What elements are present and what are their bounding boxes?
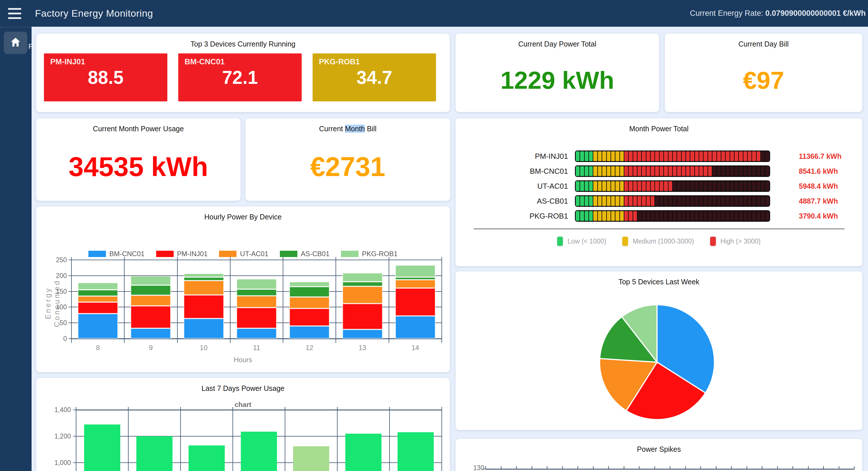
meter-segment: [682, 211, 685, 221]
meter-segment: [655, 166, 659, 176]
bar[interactable]: [345, 434, 381, 471]
stacked-bar-segment[interactable]: [184, 319, 224, 338]
stacked-bar-segment[interactable]: [184, 295, 224, 319]
stacked-bar-segment[interactable]: [131, 295, 171, 306]
meter-segment: [682, 181, 685, 191]
stacked-bar-segment[interactable]: [184, 273, 224, 277]
stacked-bar-segment[interactable]: [237, 279, 277, 289]
month-usage-title: Current Month Power Usage: [36, 118, 241, 133]
stacked-bar-segment[interactable]: [289, 308, 330, 326]
stacked-bar-segment[interactable]: [395, 288, 435, 316]
x-tick-label: 14: [395, 344, 435, 352]
legend-item[interactable]: PM-INJ01: [156, 250, 208, 258]
pie-chart[interactable]: [594, 299, 720, 425]
top3-devices-card: Top 3 Devices Currently Running PM-INJ01…: [36, 34, 450, 112]
day-total-value: 1229 kWh: [500, 66, 614, 94]
hourly-power-card: Hourly Power By Device BM-CNC01PM-INJ01U…: [36, 206, 450, 372]
meter-segment: [748, 196, 751, 206]
bar[interactable]: [241, 432, 277, 471]
stacked-bar-segment[interactable]: [395, 265, 435, 277]
stacked-bar-segment[interactable]: [342, 303, 383, 329]
last7-plot-area[interactable]: 1,4001,2001,000: [76, 410, 442, 471]
legend-item[interactable]: AS-CB01: [280, 250, 330, 258]
stacked-bar-segment[interactable]: [78, 302, 118, 314]
bar[interactable]: [84, 424, 120, 471]
device-tile[interactable]: PKG-ROB1 34.7: [313, 53, 436, 101]
meter-segment: [712, 196, 716, 206]
meter-segment: [686, 211, 690, 221]
meter-segment: [624, 196, 628, 206]
meter-segment: [686, 196, 690, 206]
segmented-meter[interactable]: [575, 180, 770, 192]
legend-item[interactable]: UT-AC01: [219, 250, 268, 258]
legend-item[interactable]: BM-CNC01: [88, 250, 145, 258]
stacked-bar-segment[interactable]: [78, 296, 118, 302]
gridline: [441, 257, 442, 343]
month-total-legend: Low (< 1000)Medium (1000-3000)High (> 30…: [456, 237, 862, 246]
meter-segment: [655, 151, 659, 161]
stacked-bar-segment[interactable]: [184, 277, 224, 281]
meter-segment: [765, 166, 769, 176]
segmented-meter[interactable]: [575, 166, 770, 177]
stacked-bar-segment[interactable]: [342, 282, 383, 286]
device-tile[interactable]: BM-CNC01 72.1: [178, 53, 302, 101]
stacked-bar-segment[interactable]: [289, 326, 330, 338]
stacked-bar-segment[interactable]: [395, 280, 435, 288]
legend-item[interactable]: PKG-ROB1: [341, 250, 398, 258]
stacked-bar-segment[interactable]: [237, 289, 277, 296]
gridline: [76, 410, 442, 410]
stacked-bar-segment[interactable]: [131, 285, 171, 295]
stacked-bar-segment[interactable]: [395, 316, 435, 338]
meter-segment: [690, 151, 694, 161]
device-kwh-value: 5948.4 kWh: [799, 180, 838, 192]
meter-segment: [752, 181, 756, 191]
stacked-bar-segment[interactable]: [342, 329, 383, 338]
x-tick-label: 9: [131, 344, 171, 352]
stacked-bar-segment[interactable]: [131, 276, 171, 285]
stacked-bar-segment[interactable]: [289, 297, 330, 308]
meter-segment: [607, 166, 611, 176]
x-tick-mark: [762, 466, 763, 469]
meter-segment: [677, 211, 681, 221]
stacked-bar-segment[interactable]: [131, 306, 171, 328]
meter-segment: [607, 211, 611, 221]
stacked-bar-segment[interactable]: [78, 290, 118, 296]
stacked-bar-segment[interactable]: [78, 314, 118, 338]
meter-segment: [642, 181, 646, 191]
meter-segment: [576, 196, 580, 206]
menu-icon[interactable]: [8, 8, 21, 19]
home-icon: [10, 36, 21, 49]
x-tick-mark: [716, 466, 716, 469]
bar[interactable]: [293, 446, 329, 471]
stacked-bar-segment[interactable]: [342, 273, 383, 282]
sidebar-item-home[interactable]: [4, 32, 27, 54]
stacked-bar-segment[interactable]: [184, 281, 224, 295]
stacked-bar-segment[interactable]: [289, 282, 330, 287]
meter-segment: [765, 196, 769, 206]
meter-segment: [677, 181, 681, 191]
stacked-bar-segment[interactable]: [237, 328, 277, 338]
stacked-bar-segment[interactable]: [289, 287, 330, 297]
bar[interactable]: [398, 432, 434, 471]
segmented-meter[interactable]: [575, 210, 770, 222]
y-tick-label: 50: [50, 319, 67, 327]
stacked-bar-segment[interactable]: [342, 286, 383, 303]
stacked-bar-segment[interactable]: [131, 328, 171, 338]
device-tile[interactable]: PM-INJ01 88.5: [44, 53, 167, 101]
segmented-meter[interactable]: [575, 195, 770, 207]
stacked-bar-segment[interactable]: [237, 296, 277, 307]
hourly-plot-area[interactable]: 050100150200250891011121314: [71, 260, 442, 338]
stacked-bar-segment[interactable]: [395, 277, 435, 280]
meter-segment: [748, 181, 751, 191]
x-tick-mark: [777, 466, 778, 469]
meter-segment: [611, 196, 615, 206]
device-tile-name: PM-INJ01: [50, 57, 85, 66]
sidebar-item-label[interactable]: F: [28, 42, 33, 51]
y-tick-label: 100: [50, 303, 67, 311]
segmented-meter[interactable]: [575, 150, 770, 162]
bar[interactable]: [189, 445, 225, 471]
meter-segment: [633, 181, 637, 191]
bar[interactable]: [136, 436, 173, 471]
stacked-bar-segment[interactable]: [78, 283, 118, 290]
stacked-bar-segment[interactable]: [237, 307, 277, 328]
